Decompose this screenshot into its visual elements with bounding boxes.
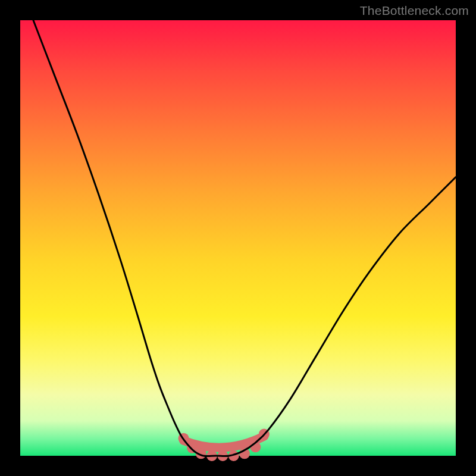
chart-frame: TheBottleneck.com: [0, 0, 476, 476]
gradient-plot-area: [20, 20, 456, 456]
bottleneck-curve: [33, 20, 456, 456]
chart-svg: [20, 20, 456, 456]
watermark-text: TheBottleneck.com: [360, 4, 469, 18]
